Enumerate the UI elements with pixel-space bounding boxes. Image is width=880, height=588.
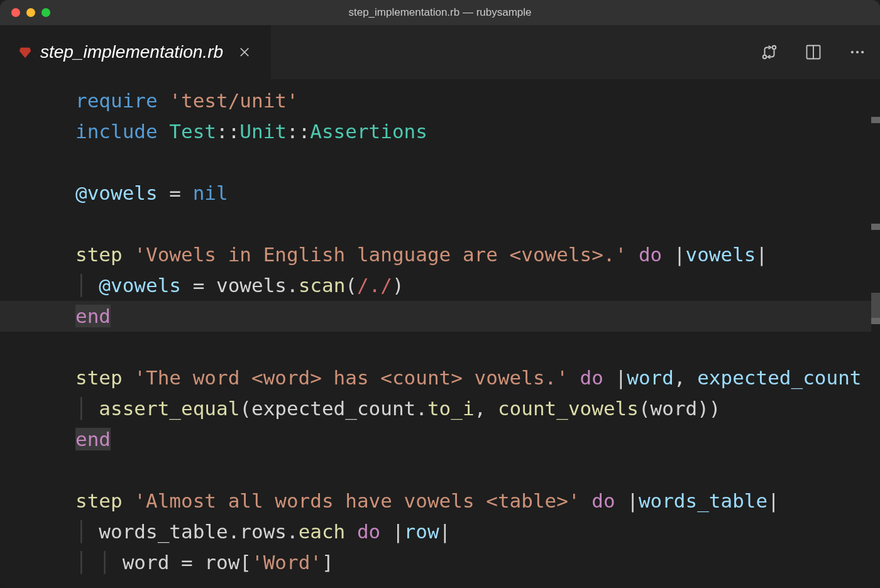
code-area[interactable]: require 'test/unit'include Test::Unit::A… — [0, 79, 880, 578]
code-line[interactable]: include Test::Unit::Assertions — [75, 116, 880, 147]
svg-point-5 — [856, 51, 859, 53]
code-line[interactable]: │ │ word = row['Word'] — [75, 547, 880, 578]
ruby-file-icon — [18, 45, 33, 60]
code-editor[interactable]: require 'test/unit'include Test::Unit::A… — [0, 79, 880, 588]
window-title: step_implementation.rb — rubysample — [348, 6, 531, 19]
close-tab-button[interactable] — [236, 43, 253, 61]
code-line[interactable] — [75, 332, 880, 362]
code-line[interactable]: step 'Vowels in English language are <vo… — [75, 239, 880, 270]
tab-step-implementation[interactable]: step_implementation.rb — [0, 25, 272, 79]
compare-changes-icon[interactable] — [759, 42, 779, 62]
code-line[interactable]: │ assert_equal(expected_count.to_i, coun… — [75, 393, 880, 424]
code-line[interactable]: step 'The word <word> has <count> vowels… — [75, 362, 880, 393]
code-line[interactable] — [75, 209, 880, 239]
code-line[interactable]: │ words_table.rows.each do |row| — [75, 516, 880, 547]
maximize-window-button[interactable] — [41, 8, 50, 17]
svg-point-6 — [861, 51, 864, 53]
svg-point-1 — [773, 46, 776, 50]
code-line[interactable]: end — [75, 424, 880, 455]
code-line[interactable]: end — [75, 301, 880, 332]
code-line[interactable]: require 'test/unit' — [75, 85, 880, 116]
code-line[interactable]: │ @vowels = vowels.scan(/./) — [75, 270, 880, 301]
titlebar: step_implementation.rb — rubysample — [0, 0, 880, 25]
code-line[interactable]: step 'Almost all words have vowels <tabl… — [75, 486, 880, 516]
traffic-lights — [0, 8, 50, 17]
editor-actions — [759, 25, 867, 79]
tab-label: step_implementation.rb — [40, 42, 223, 62]
code-line[interactable] — [75, 147, 880, 178]
editor-window: step_implementation.rb — rubysample step… — [0, 0, 880, 588]
split-editor-icon[interactable] — [803, 42, 823, 62]
svg-point-0 — [763, 55, 767, 59]
more-actions-icon[interactable] — [847, 42, 867, 62]
tab-bar: step_implementation.rb — [0, 25, 880, 79]
code-line[interactable]: @vowels = nil — [75, 178, 880, 209]
svg-point-4 — [851, 51, 854, 53]
minimize-window-button[interactable] — [26, 8, 35, 17]
close-window-button[interactable] — [11, 8, 20, 17]
code-line[interactable] — [75, 455, 880, 486]
